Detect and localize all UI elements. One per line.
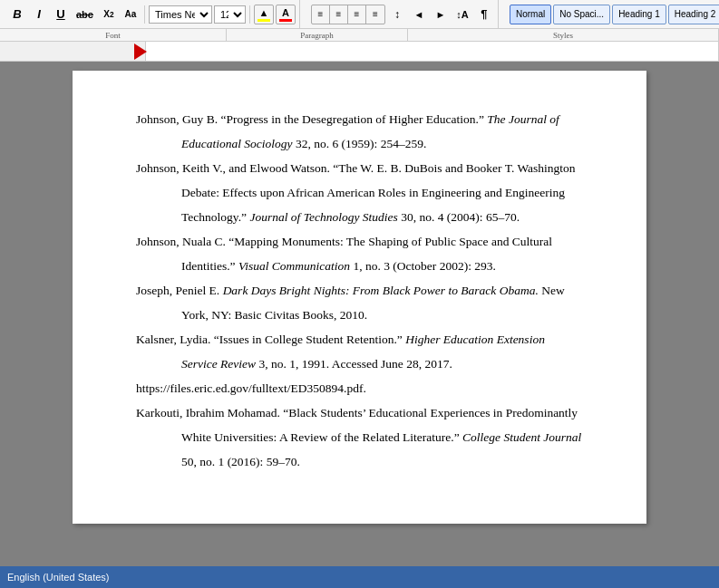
highlight-color-bar xyxy=(257,19,270,22)
font-color-letter: A xyxy=(282,7,289,18)
font-family-select[interactable]: Times New Roman xyxy=(149,5,212,24)
separator xyxy=(249,5,250,24)
align-justify-button[interactable]: ≡ xyxy=(366,5,384,24)
align-right-button[interactable]: ≡ xyxy=(348,5,366,24)
ruler-inner xyxy=(145,42,719,61)
style-normal-button[interactable]: Normal xyxy=(510,5,551,24)
strikethrough-button[interactable]: abc xyxy=(73,4,97,25)
bib-entry-joseph-peniel: Joseph, Peniel E. Dark Days Bright Night… xyxy=(136,278,583,327)
bib-entry-text: Karkouti, Ibrahim Mohamad. “Black Studen… xyxy=(136,400,583,474)
journal-title: The Journal of Educational Sociology xyxy=(181,112,559,150)
indent-increase-button[interactable]: ► xyxy=(431,4,451,25)
font-section-label: Font xyxy=(0,29,227,41)
toolbar-paragraph-section: ≡ ≡ ≡ ≡ ↕ ◄ ► ↕A ¶ xyxy=(307,0,499,28)
sort-button[interactable]: ↕A xyxy=(452,4,472,25)
style-heading1-button[interactable]: Heading 1 xyxy=(612,5,666,24)
style-no-spacing-button[interactable]: No Spaci... xyxy=(553,5,610,24)
bib-entry-johnson-keith: Johnson, Keith V., and Elwood Watson. “T… xyxy=(136,156,583,229)
bib-entry-text: Joseph, Peniel E. Dark Days Bright Night… xyxy=(136,278,583,327)
status-bar: English (United States) xyxy=(0,566,719,588)
document-page: Johnson, Guy B. “Progress in the Desegre… xyxy=(73,71,646,524)
book-title: Dark Days Bright Nights: From Black Powe… xyxy=(223,284,539,297)
bib-entry-text: Johnson, Guy B. “Progress in the Desegre… xyxy=(136,107,583,156)
indent-marker-arrow[interactable] xyxy=(134,43,147,60)
superscript-button[interactable]: Aa xyxy=(121,4,141,25)
journal-title: College Student Journal xyxy=(462,430,581,444)
toolbar-font-section: B I U abc X2 Aa Times New Roman 12 ▲ A xyxy=(4,0,300,28)
style-heading2-button[interactable]: Heading 2 xyxy=(668,5,719,24)
styles-section-label: Styles xyxy=(408,29,719,41)
bib-entry-karkouti: Karkouti, Ibrahim Mohamad. “Black Studen… xyxy=(136,400,583,474)
subscript-button[interactable]: X2 xyxy=(99,4,119,25)
bib-entry-text: Johnson, Nuala C. “Mapping Monuments: Th… xyxy=(136,229,583,278)
journal-title: Higher Education Extension Service Revie… xyxy=(181,333,545,371)
align-left-button[interactable]: ≡ xyxy=(312,5,330,24)
underline-button[interactable]: U xyxy=(51,4,71,25)
section-labels-bar: Font Paragraph Styles xyxy=(0,29,719,42)
indent-decrease-button[interactable]: ◄ xyxy=(409,4,429,25)
align-center-button[interactable]: ≡ xyxy=(330,5,348,24)
separator xyxy=(144,5,145,24)
bib-entry-text: Kalsner, Lydia. “Issues in College Stude… xyxy=(136,327,583,400)
bib-entry-text: Johnson, Keith V., and Elwood Watson. “T… xyxy=(136,156,583,229)
toolbar-styles-section: Normal No Spaci... Heading 1 Heading 2 xyxy=(506,0,719,28)
bold-button[interactable]: B xyxy=(7,4,27,25)
bib-entry-johnson-nuala: Johnson, Nuala C. “Mapping Monuments: Th… xyxy=(136,229,583,278)
bib-entry-kalsner: Kalsner, Lydia. “Issues in College Stude… xyxy=(136,327,583,400)
line-spacing-button[interactable]: ↕ xyxy=(387,4,407,25)
ruler xyxy=(0,42,719,62)
journal-title: Journal of Technology Studies xyxy=(249,210,397,224)
alignment-group: ≡ ≡ ≡ ≡ xyxy=(311,5,385,24)
paragraph-section-label: Paragraph xyxy=(227,29,408,41)
bib-url: https://files.eric.ed.gov/fulltext/ED350… xyxy=(181,376,366,400)
toolbar: B I U abc X2 Aa Times New Roman 12 ▲ A ≡… xyxy=(0,0,719,29)
highlight-color-button[interactable]: ▲ xyxy=(254,5,274,24)
font-color-button[interactable]: A xyxy=(276,5,296,24)
italic-button[interactable]: I xyxy=(29,4,49,25)
font-color-bar xyxy=(279,19,292,22)
page-area: Johnson, Guy B. “Progress in the Desegre… xyxy=(0,62,719,566)
journal-title: Visual Communication xyxy=(238,259,350,273)
highlight-letter: ▲ xyxy=(259,7,269,18)
language-indicator: English (United States) xyxy=(7,572,110,583)
show-paragraph-button[interactable]: ¶ xyxy=(474,4,494,25)
font-size-select[interactable]: 12 xyxy=(214,5,246,24)
bib-entry-johnson-guy: Johnson, Guy B. “Progress in the Desegre… xyxy=(136,107,583,156)
